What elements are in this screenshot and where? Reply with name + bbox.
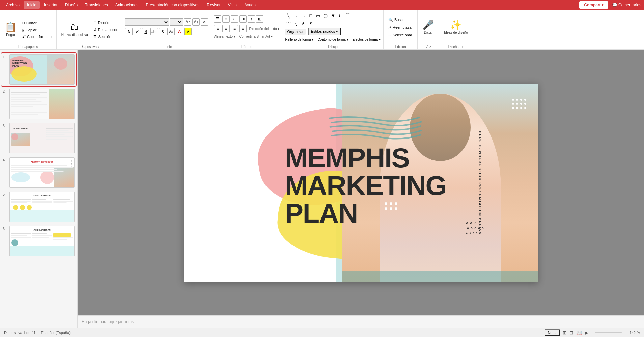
font-family-select[interactable]	[125, 18, 169, 26]
font-group: A↑ A↓ ✕ N K S abc S Aa A A Fuente	[122, 10, 211, 49]
underline-button[interactable]: S	[142, 28, 149, 35]
menu-transiciones[interactable]: Transiciones	[82, 1, 111, 9]
center-button[interactable]: ≡	[222, 25, 230, 32]
increase-indent-button[interactable]: ⇥	[239, 15, 247, 23]
drawing-tools-grid: ╲ ⟍ → □ ▭ ▢ ▼ ∪ ⌒ 〰 { ★ ▾	[285, 12, 353, 26]
clear-format-button[interactable]: ✕	[201, 18, 208, 26]
case-button[interactable]: Aa	[167, 28, 175, 35]
dictate-button[interactable]: 🎤 Dictar	[420, 16, 436, 39]
bullets-button[interactable]: ☰	[214, 15, 221, 23]
strikethrough-button[interactable]: abc	[150, 28, 158, 35]
align-right-button[interactable]: ≡	[231, 25, 238, 32]
replace-button[interactable]: ⇄ Reemplazar	[386, 24, 415, 31]
section-icon: ☰	[93, 35, 97, 39]
comments-icon: 💬	[612, 3, 617, 7]
freeform-tool[interactable]: ⌒	[344, 12, 351, 19]
select-tool[interactable]: ╲	[285, 12, 292, 19]
roundrect-tool[interactable]: ▢	[322, 12, 329, 19]
arrow-tool[interactable]: →	[300, 12, 307, 19]
copy-button[interactable]: ⎘ Copiar	[20, 27, 54, 33]
slide-thumb-4[interactable]: 4 ABOUT THE PRODUCT GET	[1, 156, 76, 189]
effects-button[interactable]: Efectos de forma ▾	[353, 38, 381, 41]
zoom-slider[interactable]	[595, 332, 622, 333]
slide-sorter-icon[interactable]: ⊟	[569, 330, 573, 335]
bold-button[interactable]: N	[125, 28, 133, 35]
justify-button[interactable]: ≡	[239, 25, 247, 32]
find-label: Buscar	[394, 18, 406, 22]
slide-canvas[interactable]: MEMPHIS MARKETING PLAN HERE IS WHERE YOU…	[184, 84, 538, 282]
fill-button[interactable]: Relleno de forma ▾	[285, 38, 313, 41]
paste-button[interactable]: 📋 Pegar	[3, 18, 19, 41]
quick-styles-button[interactable]: Estilos rápidos ▾	[308, 28, 341, 35]
star-tool[interactable]: ★	[300, 20, 307, 26]
decrease-indent-button[interactable]: ⇤	[231, 15, 238, 23]
normal-view-icon[interactable]: ⊞	[563, 330, 567, 335]
slide-thumb-2[interactable]: 2	[1, 87, 76, 120]
outline-button[interactable]: Contorno de forma ▾	[317, 38, 348, 41]
comments-button[interactable]: 💬 Comentarios	[612, 3, 641, 7]
slide-panel: 1 MEMPHISMARKETINGPLAN 2	[0, 50, 78, 328]
arrange-button[interactable]: Organizar	[285, 29, 305, 35]
menu-archivo[interactable]: Archivo	[3, 1, 23, 9]
clipboard-group: 📋 Pegar ✂ Cortar ⎘ Copiar 🖌 Copiar forma…	[0, 10, 57, 49]
format-button[interactable]: 🖌 Copiar formato	[20, 34, 54, 40]
section-button[interactable]: ☰ Sección	[91, 34, 120, 40]
slide6-title: OUR EVOLUTION	[33, 229, 50, 231]
menu-inicio[interactable]: Inicio	[24, 1, 40, 9]
font-color-button[interactable]: A	[176, 28, 183, 35]
curve-tool[interactable]: ∪	[337, 12, 344, 19]
more-tool[interactable]: ▾	[307, 20, 314, 26]
share-button[interactable]: Compartir	[579, 1, 608, 9]
align-left-button[interactable]: ≡	[214, 25, 221, 32]
menu-insertar[interactable]: Insertar	[40, 1, 61, 9]
menu-vista[interactable]: Vista	[225, 1, 240, 9]
slide-thumb-1[interactable]: 1 MEMPHISMARKETINGPLAN	[1, 53, 76, 86]
rect-tool[interactable]: □	[307, 12, 314, 19]
italic-button[interactable]: K	[134, 28, 141, 35]
presentation-icon[interactable]: ▶	[585, 330, 588, 335]
menu-ayuda[interactable]: Ayuda	[241, 1, 259, 9]
slide-thumb-3[interactable]: 3 OUR COMPANY	[1, 122, 76, 155]
notes-view-button[interactable]: Notas	[545, 329, 560, 336]
canvas-workspace[interactable]: MEMPHIS MARKETING PLAN HERE IS WHERE YOU…	[78, 50, 644, 315]
reset-button[interactable]: ↺ Restablecer	[91, 27, 120, 33]
menu-revisar[interactable]: Revisar	[203, 1, 224, 9]
drawing-label: Dibujo	[282, 45, 383, 49]
find-button[interactable]: 🔍 Buscar	[386, 17, 408, 23]
zoom-out-icon[interactable]: −	[591, 331, 593, 335]
design-ideas-button[interactable]: ✨ Ideas de diseño	[442, 16, 470, 39]
slide-number-1: 1	[3, 54, 7, 59]
numbering-button[interactable]: ≡	[222, 15, 230, 23]
slide-thumb-5[interactable]: 5 OUR EVOLUTION	[1, 190, 76, 223]
slide-preview-2	[9, 89, 75, 119]
layout-button[interactable]: ⊞ Diseño	[91, 20, 120, 26]
shadow-button[interactable]: S	[159, 28, 166, 35]
reading-view-icon[interactable]: 📖	[576, 330, 582, 335]
increase-size-button[interactable]: A↑	[184, 18, 191, 26]
menu-bar: Archivo Inicio Insertar Diseño Transicio…	[0, 0, 644, 10]
select-button[interactable]: ⊹ Seleccionar	[386, 32, 414, 38]
layout-label: Diseño	[98, 21, 109, 25]
language-info: Español (España)	[41, 331, 71, 335]
rect2-tool[interactable]: ▭	[315, 12, 321, 19]
menu-animaciones[interactable]: Animaciones	[112, 1, 142, 9]
drawing-fill-row: Relleno de forma ▾ Contorno de forma ▾ E…	[285, 38, 380, 41]
notes-bar[interactable]: Haga clic para agregar notas	[78, 315, 644, 328]
font-size-select[interactable]	[170, 18, 183, 26]
comments-label: Comentarios	[618, 3, 641, 7]
menu-diseno[interactable]: Diseño	[62, 1, 81, 9]
scribble-tool[interactable]: 〰	[285, 20, 292, 26]
find-icon: 🔍	[388, 18, 393, 22]
slide-thumb-6[interactable]: 6 OUR EVOLUTION	[1, 225, 76, 258]
cut-button[interactable]: ✂ Cortar	[20, 20, 54, 26]
brace-tool[interactable]: {	[292, 20, 299, 26]
zoom-in-icon[interactable]: +	[623, 331, 625, 335]
more-shapes[interactable]: ▼	[330, 12, 336, 19]
new-slide-button[interactable]: 🗂 Nueva diapositiva	[59, 18, 90, 41]
decrease-size-button[interactable]: A↓	[192, 18, 200, 26]
columns-button[interactable]: ⊞	[256, 15, 263, 23]
line-spacing-button[interactable]: ↕	[248, 15, 255, 23]
menu-presentacion[interactable]: Presentación con diapositivas	[142, 1, 203, 9]
line-tool[interactable]: ⟍	[292, 12, 299, 19]
highlight-button[interactable]: A	[184, 28, 192, 35]
